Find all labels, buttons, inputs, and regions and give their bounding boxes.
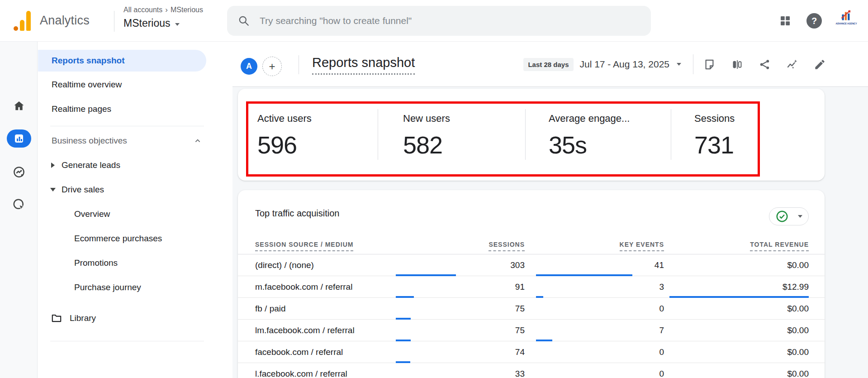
- table-row[interactable]: facebook.com / referral 74 0 $0.00: [238, 341, 825, 363]
- row-revenue: $0.00: [718, 369, 809, 378]
- google-analytics-logo: [13, 10, 32, 31]
- sidebar-item-purchase-journey[interactable]: Purchase journey: [38, 277, 206, 298]
- column-header-key-events[interactable]: KEY EVENTS: [574, 241, 664, 251]
- nav-rail: [0, 42, 38, 378]
- metric-new-users: New users 582: [403, 104, 450, 174]
- row-sessions: 91: [434, 282, 525, 292]
- expand-right-icon: [44, 163, 62, 168]
- group-label: Drive sales: [62, 185, 104, 195]
- row-sessions: 75: [434, 325, 525, 335]
- group-drive-sales[interactable]: Drive sales: [38, 179, 206, 201]
- sidebar-item-label: Purchase journey: [74, 282, 141, 292]
- product-name: Analytics: [40, 14, 90, 28]
- table-row[interactable]: (direct) / (none) 303 41 $0.00: [238, 254, 825, 276]
- search-input[interactable]: [260, 15, 640, 26]
- metric-sessions: Sessions 731: [694, 104, 735, 174]
- row-key-events: 7: [574, 325, 664, 335]
- metric-active-users: Active users 596: [257, 104, 312, 174]
- compare-button[interactable]: [731, 58, 743, 71]
- sidebar-divider: [50, 126, 204, 126]
- column-header-total-revenue[interactable]: TOTAL REVENUE: [718, 241, 809, 251]
- report-header: A + Reports snapshot Last 28 days Jul 17…: [232, 42, 868, 87]
- row-revenue: $0.00: [718, 304, 809, 314]
- expand-down-icon: [44, 188, 62, 191]
- section-business-objectives[interactable]: Business objectives: [52, 130, 232, 152]
- advertising-button[interactable]: [0, 195, 38, 215]
- share-button[interactable]: [759, 58, 771, 71]
- profile-logo-icon: [838, 9, 854, 22]
- row-source: facebook.com / referral: [255, 347, 343, 357]
- table-row[interactable]: l.facebook.com / referral 33 0 $0.00: [238, 363, 825, 378]
- notes-button[interactable]: [703, 58, 716, 71]
- sidebar-item-ecommerce-purchases[interactable]: Ecommerce purchases: [38, 228, 206, 249]
- row-source: lm.facebook.com / referral: [255, 325, 355, 335]
- explore-icon: [12, 165, 26, 179]
- chevron-up-icon: [193, 136, 203, 146]
- insights-icon: [786, 58, 798, 71]
- column-header-source[interactable]: SESSION SOURCE / MEDIUM: [255, 241, 353, 251]
- table-row[interactable]: fb / paid 75 0 $0.00: [238, 298, 825, 320]
- metric-divider: [378, 109, 378, 160]
- sidebar-item-library[interactable]: Library: [38, 307, 206, 329]
- sidebar-item-realtime-pages[interactable]: Realtime pages: [38, 98, 206, 120]
- header-divider: [114, 11, 114, 32]
- metric-average-engagement: Average engage... 35s: [549, 104, 630, 174]
- sidebar-item-overview[interactable]: Overview: [38, 203, 206, 225]
- insights-button[interactable]: [786, 58, 798, 71]
- property-avatar[interactable]: A: [241, 58, 257, 75]
- sidebar-item-reports-snapshot[interactable]: Reports snapshot: [38, 50, 206, 72]
- table-row[interactable]: m.facebook.com / referral 91 3 $12.99: [238, 276, 825, 298]
- row-revenue: $12.99: [718, 282, 809, 292]
- reports-button[interactable]: [0, 129, 38, 148]
- sidebar-item-label: Reports snapshot: [52, 56, 125, 66]
- row-sessions: 33: [434, 369, 525, 378]
- help-button[interactable]: ?: [806, 13, 822, 29]
- share-icon: [759, 58, 771, 71]
- toolbar-divider: [693, 54, 693, 74]
- global-search[interactable]: [227, 6, 651, 36]
- row-sessions: 303: [434, 260, 525, 270]
- row-source: fb / paid: [255, 304, 286, 314]
- sidebar-item-label: Realtime overview: [52, 80, 122, 90]
- home-button[interactable]: [0, 96, 38, 116]
- breadcrumb-chevron-icon: ›: [165, 5, 168, 14]
- row-source: l.facebook.com / referral: [255, 369, 347, 378]
- key-event-filter-dropdown[interactable]: [769, 207, 809, 225]
- breadcrumb-root[interactable]: All accounts: [123, 6, 162, 14]
- row-key-events: 0: [574, 304, 664, 314]
- summary-card: Active users 596 New users 582 Average e…: [238, 89, 825, 181]
- group-generate-leads[interactable]: Generate leads: [38, 154, 206, 176]
- date-range-picker[interactable]: Last 28 days Jul 17 - Aug 13, 2025: [523, 58, 681, 71]
- sidebar-item-promotions[interactable]: Promotions: [38, 252, 206, 274]
- sidebar-item-realtime-overview[interactable]: Realtime overview: [38, 74, 206, 96]
- sidebar-item-label: Library: [70, 313, 96, 323]
- bar-chart-icon: [14, 133, 24, 144]
- sidebar-item-label: Promotions: [74, 258, 118, 268]
- edit-button[interactable]: [814, 58, 826, 71]
- folder-icon: [51, 312, 62, 324]
- row-key-events: 41: [574, 260, 664, 270]
- apps-grid-button[interactable]: [778, 14, 792, 28]
- metric-label: Sessions: [694, 113, 735, 124]
- profile-avatar[interactable]: ADVANCE AGENCY: [836, 9, 856, 33]
- page-title[interactable]: Reports snapshot: [312, 55, 415, 75]
- reports-sidebar: Reports snapshot Realtime overview Realt…: [38, 42, 232, 378]
- table-row[interactable]: lm.facebook.com / referral 75 7 $0.00: [238, 320, 825, 341]
- breadcrumb[interactable]: All accounts›MSterious: [123, 5, 203, 14]
- column-header-sessions[interactable]: SESSIONS: [434, 241, 525, 251]
- apps-grid-icon: [778, 14, 792, 28]
- row-sessions: 74: [434, 347, 525, 357]
- row-revenue: $0.00: [718, 260, 809, 270]
- explore-button[interactable]: [0, 162, 38, 182]
- pencil-icon: [814, 58, 826, 71]
- metric-divider: [525, 109, 526, 160]
- note-icon: [703, 58, 716, 71]
- add-comparison-button[interactable]: +: [262, 57, 282, 76]
- search-icon: [238, 15, 250, 27]
- account-switcher[interactable]: MSterious: [123, 17, 180, 29]
- profile-logo-text: ADVANCE AGENCY: [836, 22, 857, 25]
- red-annotation-box: Active users 596 New users 582 Average e…: [246, 101, 760, 177]
- group-label: Generate leads: [62, 160, 120, 170]
- breadcrumb-current[interactable]: MSterious: [171, 6, 203, 14]
- sidebar-item-label: Overview: [74, 209, 110, 219]
